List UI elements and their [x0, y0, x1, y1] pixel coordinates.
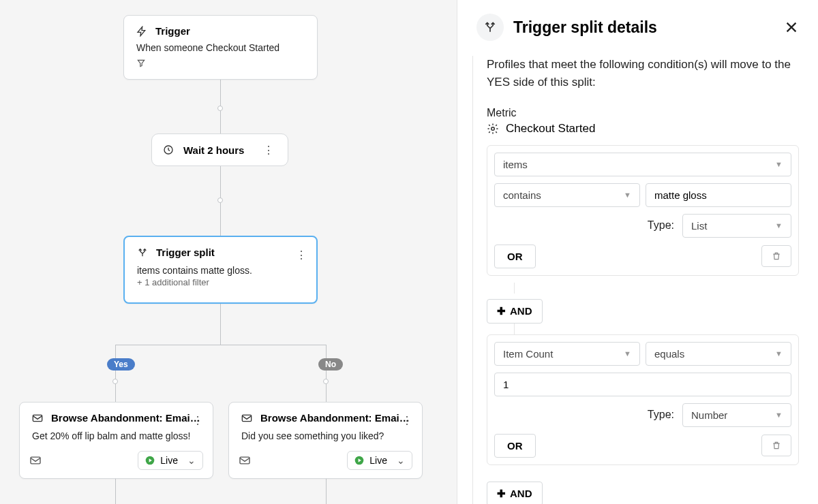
svg-rect-5 [240, 457, 249, 464]
play-icon [145, 456, 155, 465]
caret-down-icon: ▼ [775, 411, 783, 419]
panel-title: Trigger split details [513, 18, 774, 37]
caret-down-icon: ▼ [775, 221, 783, 230]
split-icon [137, 247, 148, 258]
plus-icon: ✚ [497, 488, 506, 500]
filter-icon [136, 59, 305, 68]
no-badge: No [318, 358, 343, 371]
panel-icon [476, 14, 504, 41]
svg-rect-4 [242, 415, 251, 421]
flow-canvas: Trigger When someone Checkout Started Wa… [0, 0, 457, 504]
connector-node [112, 379, 118, 384]
value-input[interactable] [494, 373, 791, 396]
play-icon [354, 456, 364, 465]
yes-badge: Yes [107, 358, 135, 371]
svg-point-7 [491, 127, 495, 130]
property-value: Item Count [503, 348, 553, 360]
connector-line [220, 304, 221, 345]
and-label: AND [510, 305, 532, 317]
split-description: items contains matte gloss. [137, 265, 304, 276]
type-select[interactable]: Number ▼ [682, 403, 791, 427]
value-input[interactable] [646, 183, 791, 207]
metric-row: Checkout Started [487, 122, 799, 136]
mail-icon [32, 413, 43, 423]
plus-icon: ✚ [497, 305, 506, 317]
split-title: Trigger split [156, 247, 215, 258]
trigger-description: When someone Checkout Started [136, 42, 305, 53]
operator-select[interactable]: equals ▼ [646, 342, 791, 366]
connector-node [217, 106, 223, 111]
connector-node [323, 379, 329, 384]
type-select[interactable]: List ▼ [682, 214, 791, 238]
operator-value: equals [654, 348, 684, 360]
type-value: Number [691, 409, 727, 421]
svg-rect-1 [33, 415, 42, 421]
type-label: Type: [648, 219, 674, 232]
condition-group-1: items ▼ contains ▼ Type: List ▼ OR [487, 145, 799, 276]
operator-select[interactable]: contains ▼ [494, 183, 640, 207]
connector-node [217, 198, 223, 203]
caret-down-icon: ▼ [624, 349, 631, 358]
email-title: Browse Abandonment: Email… [260, 412, 410, 424]
type-value: List [691, 220, 707, 232]
more-menu-button[interactable]: ⋮ [293, 247, 309, 263]
trigger-card[interactable]: Trigger When someone Checkout Started [123, 15, 318, 80]
or-button[interactable]: OR [494, 245, 536, 268]
caret-down-icon: ▼ [775, 160, 783, 168]
mail-icon [241, 413, 252, 423]
caret-down-icon: ▼ [775, 349, 783, 358]
trigger-title: Trigger [155, 25, 190, 37]
close-icon [784, 20, 799, 35]
property-value: items [503, 159, 528, 170]
delete-condition-button[interactable] [761, 435, 791, 456]
type-label: Type: [648, 409, 674, 421]
mail-outline-icon [239, 456, 251, 465]
chevron-down-icon: ⌄ [187, 455, 196, 466]
operator-value: contains [503, 189, 541, 201]
email-body: Did you see something you liked? [241, 430, 410, 441]
connector-stub [514, 283, 515, 294]
trash-icon [772, 441, 781, 450]
panel-header: Trigger split details [476, 14, 799, 41]
chevron-down-icon: ⌄ [397, 455, 405, 466]
status-dropdown[interactable]: Live ⌄ [347, 451, 412, 470]
mail-outline-icon [29, 456, 42, 465]
bolt-icon [136, 26, 147, 37]
more-menu-button[interactable]: ⋮ [190, 412, 206, 428]
more-menu-button[interactable]: ⋮ [399, 412, 415, 428]
status-dropdown[interactable]: Live ⌄ [138, 451, 203, 470]
trash-icon [772, 251, 781, 261]
status-label: Live [160, 455, 178, 466]
close-button[interactable] [784, 20, 799, 35]
trigger-split-card[interactable]: Trigger split items contains matte gloss… [123, 236, 318, 304]
property-select[interactable]: Item Count ▼ [494, 342, 640, 366]
email-title: Browse Abandonment: Email… [51, 412, 200, 424]
email-card-yes[interactable]: Browse Abandonment: Email… Get 20% off l… [19, 402, 213, 479]
svg-rect-2 [31, 457, 40, 464]
connector-line [115, 345, 326, 345]
split-subtext: + 1 additional filter [137, 277, 304, 287]
connector-stub [514, 324, 515, 334]
metric-label: Metric [487, 107, 799, 119]
caret-down-icon: ▼ [624, 191, 631, 199]
email-body: Get 20% off lip balm and matte gloss! [32, 430, 200, 441]
and-connector-button[interactable]: ✚ AND [487, 299, 543, 324]
or-button[interactable]: OR [494, 434, 536, 458]
status-label: Live [369, 455, 387, 466]
condition-group-2: Item Count ▼ equals ▼ Type: Number ▼ OR [487, 334, 799, 465]
metric-value: Checkout Started [506, 122, 595, 136]
panel-intro-text: Profiles that meet the following conditi… [487, 56, 799, 92]
more-menu-button[interactable]: ⋮ [260, 142, 277, 158]
gear-icon [487, 123, 499, 135]
wait-label: Wait 2 hours [183, 144, 251, 156]
add-and-label: AND [510, 488, 532, 499]
property-select[interactable]: items ▼ [494, 153, 791, 176]
email-card-no[interactable]: Browse Abandonment: Email… Did you see s… [228, 402, 423, 479]
wait-step[interactable]: Wait 2 hours ⋮ [151, 133, 288, 166]
add-and-button[interactable]: ✚ AND [487, 482, 543, 504]
clock-icon [163, 144, 174, 155]
details-panel: Trigger split details Profiles that meet… [457, 0, 818, 504]
delete-condition-button[interactable] [761, 245, 791, 267]
